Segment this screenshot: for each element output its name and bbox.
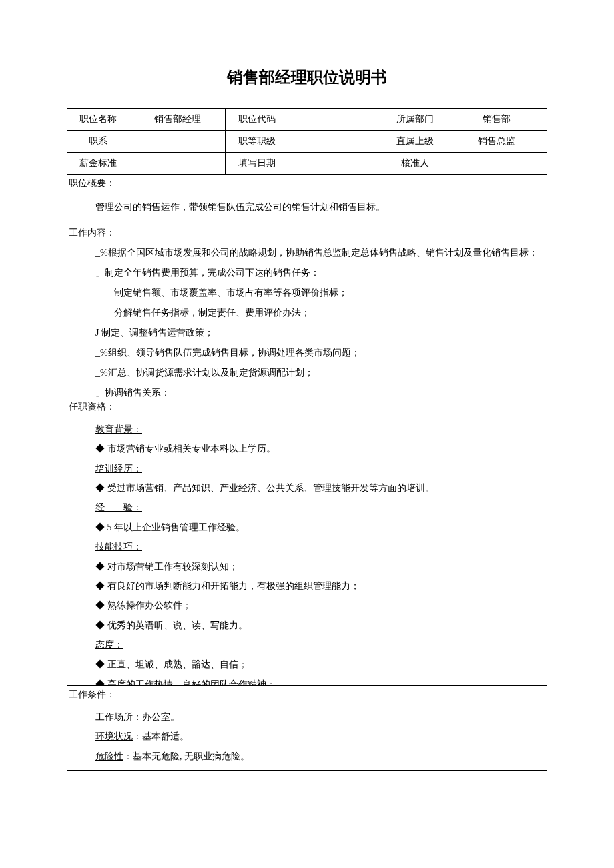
experience-item: 5 年以上企业销售管理工作经验。 [95,518,547,537]
header-row-3: 薪金标准 填写日期 核准人 [67,153,547,175]
label-filldate: 填写日期 [226,153,288,175]
value-grade [288,131,384,153]
header-row-1: 职位名称 销售部经理 职位代码 所属部门 销售部 [67,109,547,131]
conditions-label: 工作条件： [67,686,547,703]
condition-value: ：基本舒适。 [133,731,189,741]
work-line: 制定销售额、市场覆盖率、市场占有率等各项评价指标； [95,283,547,303]
condition-key: 环境状况 [95,731,133,741]
condition-value: ：办公室。 [133,712,180,722]
condition-line: 危险性：基本无危险, 无职业病危险。 [95,747,547,766]
training-item: 受过市场营销、产品知识、产业经济、公共关系、管理技能开发等方面的培训。 [95,478,547,498]
condition-value: ：基本无危险, 无职业病危险。 [123,751,250,761]
attitude-heading: 态度： [95,640,123,650]
label-approver: 核准人 [384,153,446,175]
label-position-name: 职位名称 [67,109,129,131]
skills-heading: 技能技巧： [95,542,142,552]
work-line: 分解销售任务指标，制定责任、费用评价办法； [95,303,547,323]
qualification-label: 任职资格： [67,398,547,416]
overview-text: 管理公司的销售运作，带领销售队伍完成公司的销售计划和销售目标。 [67,192,547,224]
work-line: J 制定、调整销售运营政策； [95,323,547,343]
label-department: 所属部门 [384,109,446,131]
value-filldate [288,153,384,175]
work-section: 工作内容： _%根据全国区域市场发展和公司的战略规划，协助销售总监制定总体销售战… [67,224,547,398]
label-superior: 直属上级 [384,131,446,153]
label-salary: 薪金标准 [67,153,129,175]
condition-line: 环境状况：基本舒适。 [95,727,547,746]
value-salary [129,153,226,175]
skills-item: 对市场营销工作有较深刻认知； [95,557,547,576]
qualification-section: 任职资格： 教育背景： 市场营销专业或相关专业本科以上学历。 培训经历： 受过市… [67,398,547,686]
overview-section: 职位概要： 管理公司的销售运作，带领销售队伍完成公司的销售计划和销售目标。 [67,175,547,224]
work-line: _%根据全国区域市场发展和公司的战略规划，协助销售总监制定总体销售战略、销售计划… [95,243,547,263]
value-series [129,131,226,153]
value-superior: 销售总监 [446,131,547,153]
condition-line: 工作场所：办公室。 [95,707,547,727]
attitude-item: 高度的工作热情，良好的团队合作精神； [95,675,547,686]
header-row-2: 职系 职等职级 直属上级 销售总监 [67,131,547,153]
value-approver [446,153,547,175]
work-label: 工作内容： [67,224,547,239]
skills-item: 优秀的英语听、说、读、写能力。 [95,616,547,635]
experience-heading: 经 验： [95,502,142,512]
skills-item: 有良好的市场判断能力和开拓能力，有极强的组织管理能力； [95,576,547,596]
condition-key: 工作场所 [95,712,133,722]
value-department: 销售部 [446,109,547,131]
header-table: 职位名称 销售部经理 职位代码 所属部门 销售部 职系 职等职级 直属上级 销售… [67,108,547,175]
value-position-code [288,109,384,131]
label-series: 职系 [67,131,129,153]
label-grade: 职等职级 [226,131,288,153]
skills-item: 熟练操作办公软件； [95,596,547,615]
education-heading: 教育背景： [95,424,142,434]
work-line: 」制定全年销售费用预算，完成公司下达的销售任务： [95,263,547,283]
condition-key: 危险性 [95,751,123,761]
education-item: 市场营销专业或相关专业本科以上学历。 [95,439,547,458]
attitude-item: 正直、坦诚、成熟、豁达、自信； [95,655,547,674]
label-position-code: 职位代码 [226,109,288,131]
work-line: _%组织、领导销售队伍完成销售目标，协调处理各类市场问题； [95,343,547,363]
conditions-section: 工作条件： 工作场所：办公室。 环境状况：基本舒适。 危险性：基本无危险, 无职… [67,686,547,771]
work-line: 」协调销售关系： [95,383,547,398]
overview-label: 职位概要： [67,175,547,192]
work-line: _%汇总、协调货源需求计划以及制定货源调配计划； [95,363,547,383]
page-title: 销售部经理职位说明书 [67,67,547,88]
value-position-name: 销售部经理 [129,109,226,131]
training-heading: 培训经历： [95,464,142,474]
